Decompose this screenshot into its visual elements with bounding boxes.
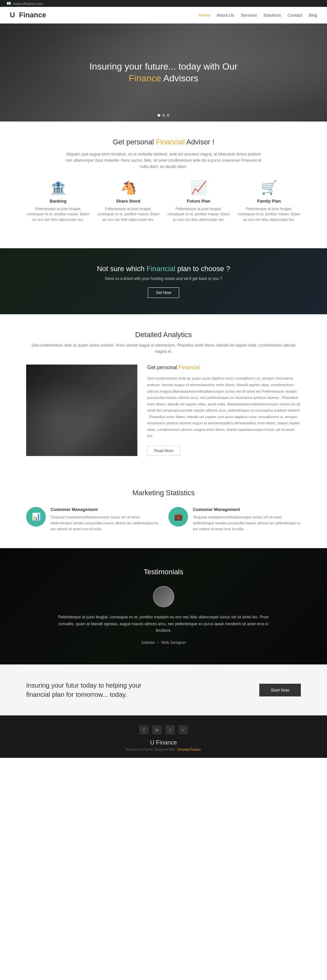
- main-nav: HomeAbout UsServicesSolutionsContactBlog: [199, 13, 317, 18]
- marketing-icon-0: 📊: [26, 507, 46, 527]
- cta-banner-subtext: Send us a ticket with your hosting needs…: [6, 276, 321, 281]
- marketing-text-1: Customer Management Torqueat mastaelorcr…: [193, 507, 301, 532]
- testimonial-body: Pellentesque at justo feugiat, consequat…: [57, 614, 270, 634]
- header: U Finance HomeAbout UsServicesSolutionsC…: [0, 7, 327, 24]
- analytics-content-body: Sed condimentum ante ac quam auris dapib…: [147, 375, 301, 439]
- marketing-icon-1: 💼: [168, 507, 188, 527]
- marketing-text-0: Customer Management Torqueat mastaelorcr…: [51, 507, 159, 532]
- marketing-section: Marketing Statistics 📊 Customer Manageme…: [0, 473, 327, 548]
- hero-line1: Insuring your future... today with OurFi…: [89, 61, 238, 83]
- author-role: Web Designer: [161, 640, 186, 645]
- marketing-body-1: Torqueat mastaelorcrefelulilamcorper luc…: [193, 514, 301, 532]
- footer-logo: U Finance: [6, 739, 321, 746]
- analytics-text-block: Get personal Financial Sed condimentum a…: [147, 364, 301, 456]
- analytics-subtitle: Sed condimentum ante ac quam varius pret…: [26, 342, 301, 355]
- footer-tagline-plain: Wordpress Theme Designed With: [126, 748, 175, 751]
- testimonials-section: Testimonials Pellentesque at justo feugi…: [0, 548, 327, 665]
- analytics-content: Get personal Financial Sed condimentum a…: [26, 364, 301, 456]
- testimonial-author: Julantte – Web Designer: [26, 640, 301, 645]
- feature-icon-1: 🐴: [96, 180, 160, 195]
- nav-item-solutions[interactable]: Solutions: [263, 13, 281, 18]
- hero-dots[interactable]: [158, 114, 169, 117]
- website-url: www.ufinance.com: [13, 2, 43, 6]
- nav-item-services[interactable]: Services: [241, 13, 257, 18]
- social-icon-linkedin[interactable]: in: [152, 725, 161, 734]
- footer: fintr U Finance Wordpress Theme Designed…: [0, 715, 327, 758]
- author-name: Julantte: [141, 640, 155, 645]
- feature-title-2: Future Plan: [167, 199, 231, 204]
- marketing-heading: Marketing Statistics: [26, 489, 301, 497]
- social-icons: fintr: [6, 725, 321, 734]
- nav-item-about-us[interactable]: About Us: [217, 13, 234, 18]
- cta-section: Insuring your futur today to helping you…: [0, 665, 327, 715]
- marketing-title-1: Customer Management: [193, 507, 301, 512]
- footer-tagline-highlight: TemplateToaster: [177, 748, 201, 751]
- nav-item-home[interactable]: Home: [199, 13, 210, 18]
- analytics-image-inner: [26, 364, 137, 456]
- feature-item-2: 📈 Future Plan Pellentesque at justo feug…: [167, 180, 231, 232]
- get-now-button[interactable]: Get Now: [148, 288, 180, 298]
- feature-title-0: Banking: [26, 199, 90, 204]
- footer-tagline: Wordpress Theme Designed With TemplateTo…: [6, 748, 321, 751]
- marketing-body-0: Torqueat mastaelorcrefelulilamcorper luc…: [51, 514, 159, 532]
- hero-dot-3[interactable]: [167, 114, 169, 117]
- nav-item-contact[interactable]: Contact: [287, 13, 302, 18]
- social-icon-rss[interactable]: r: [179, 725, 188, 734]
- features-grid: 🏦 Banking Pellentesque at justo feugiat,…: [26, 180, 301, 232]
- read-more-button[interactable]: Read More: [147, 446, 180, 456]
- testimonial-avatar: [153, 586, 174, 607]
- analytics-image: [26, 364, 137, 456]
- marketing-grid: 📊 Customer Management Torqueat mastaelor…: [26, 507, 301, 532]
- personal-advisor-section: Get personal Financial Advisor ! Aliquam…: [0, 121, 327, 248]
- hero-dot-1[interactable]: [158, 114, 160, 117]
- hero-section: Insuring your future... today with OurFi…: [0, 24, 327, 121]
- feature-title-1: Share Stock: [96, 199, 160, 204]
- top-bar: 📧 www.ufinance.com: [0, 0, 327, 7]
- marketing-item-0: 📊 Customer Management Torqueat mastaelor…: [26, 507, 159, 532]
- personal-body: Aliquam quis augue enim tincidunt, mi et…: [65, 151, 262, 170]
- logo-text: Finance: [19, 11, 46, 19]
- analytics-section: Detailed Analytics Sed condimentum ante …: [0, 314, 327, 473]
- analytics-heading: Detailed Analytics: [26, 331, 301, 339]
- logo: U Finance: [10, 11, 46, 19]
- logo-letter: U: [10, 11, 15, 19]
- feature-title-3: Family Plan: [237, 199, 301, 204]
- cta-banner-heading: Not sure which Financial plan to choose …: [6, 265, 321, 273]
- feature-item-0: 🏦 Banking Pellentesque at justo feugiat,…: [26, 180, 90, 232]
- feature-icon-2: 📈: [167, 180, 231, 195]
- feature-body-2: Pellentesque at justo feugiat, consequat…: [167, 206, 231, 223]
- feature-icon-0: 🏦: [26, 180, 90, 195]
- feature-item-1: 🐴 Share Stock Pellentesque at justo feug…: [96, 180, 160, 232]
- marketing-title-0: Customer Management: [51, 507, 159, 512]
- social-icon-facebook[interactable]: f: [139, 725, 148, 734]
- feature-body-1: Pellentesque at justo feugiat, consequat…: [96, 206, 160, 223]
- avatar-image: [154, 587, 174, 607]
- feature-body-3: Pellentesque at justo feugiat, consequat…: [237, 206, 301, 223]
- cta-heading: Insuring your futur today to helping you…: [26, 681, 157, 699]
- social-icon-twitter[interactable]: t: [166, 725, 175, 734]
- marketing-item-1: 💼 Customer Management Torqueat mastaelor…: [168, 507, 301, 532]
- personal-heading: Get personal Financial Advisor !: [26, 138, 301, 146]
- testimonials-heading: Testimonials: [26, 568, 301, 576]
- hero-dot-2[interactable]: [162, 114, 165, 117]
- analytics-content-heading: Get personal Financial: [147, 364, 301, 371]
- start-now-button[interactable]: Start Now: [259, 684, 301, 697]
- cta-banner-section: Not sure which Financial plan to choose …: [0, 248, 327, 314]
- feature-body-0: Pellentesque at justo feugiat, consequat…: [26, 206, 90, 223]
- hero-heading: Insuring your future... today with OurFi…: [89, 61, 238, 84]
- feature-icon-3: 🛒: [237, 180, 301, 195]
- hero-content: Insuring your future... today with OurFi…: [89, 61, 238, 84]
- email-icon: 📧: [6, 1, 11, 6]
- feature-item-3: 🛒 Family Plan Pellentesque at justo feug…: [237, 180, 301, 232]
- nav-item-blog[interactable]: Blog: [309, 13, 317, 18]
